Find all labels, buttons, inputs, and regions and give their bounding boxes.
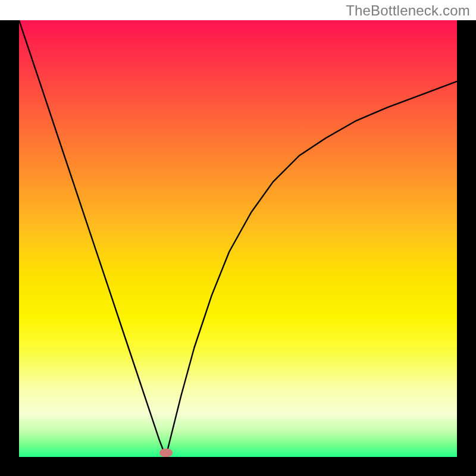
frame-left bbox=[0, 20, 19, 457]
bottleneck-curve bbox=[19, 20, 457, 457]
chart-container: TheBottleneck.com bbox=[0, 0, 476, 476]
optimum-marker bbox=[159, 449, 173, 457]
frame-right bbox=[457, 20, 476, 457]
plot-area bbox=[19, 20, 457, 457]
frame-bottom bbox=[0, 457, 476, 476]
attribution-text: TheBottleneck.com bbox=[346, 2, 470, 19]
